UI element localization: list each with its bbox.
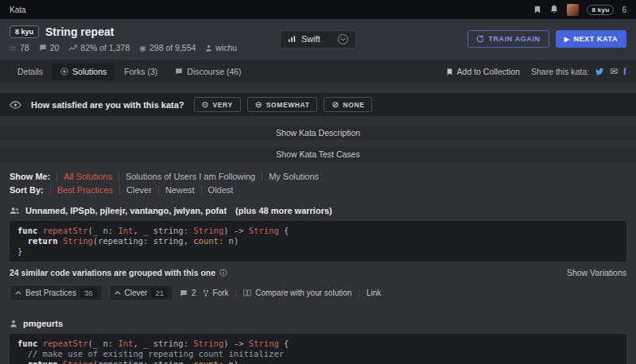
share-group: Share this kata: ✉ f	[531, 66, 626, 78]
solution-item: pmgeurts func repeatStr(_ n: Int, _ stri…	[0, 317, 636, 364]
show-variations-link[interactable]: Show Variations	[567, 268, 626, 277]
next-kata-button[interactable]: ▶ NEXT KATA	[556, 30, 626, 48]
somewhat-icon: ⊖	[255, 100, 262, 109]
very-button[interactable]: ⊙ VERY	[194, 97, 241, 112]
stat-satisfaction[interactable]: 82% of 1,378	[68, 43, 130, 52]
satisfaction-value: 82% of 1,378	[80, 43, 130, 52]
solution-actions: Best Practices 36 Clever 21 2 Fork | Com…	[0, 285, 636, 301]
best-practices-vote-button[interactable]: Best Practices 36	[10, 285, 103, 301]
show-me-label: Show Me:	[10, 172, 50, 181]
bookmark-icon[interactable]	[533, 5, 541, 14]
sort-by-row: Sort By: Best Practices Clever Newest Ol…	[10, 183, 626, 196]
solution-comments-count: 2	[192, 288, 196, 297]
twitter-icon[interactable]	[595, 68, 604, 76]
very-label: VERY	[213, 101, 233, 109]
discourse-icon	[175, 68, 183, 76]
avatar[interactable]	[567, 4, 579, 16]
link-button[interactable]: Link	[366, 288, 381, 297]
satisfaction-strip: How satisfied are you with this kata? ⊙ …	[0, 93, 636, 116]
stat-author[interactable]: wichu	[205, 43, 237, 52]
solution-authors-extra: (plus 48 more warriors)	[235, 206, 332, 215]
solution-item: Unnamed, IPSpb, pjleejr, vantango, jwlya…	[0, 204, 636, 301]
person-icon	[205, 45, 212, 52]
language-selected: Swift	[301, 34, 332, 44]
info-icon[interactable]	[219, 269, 227, 277]
fisheye-icon: ◉	[139, 44, 146, 52]
satisfaction-question: How satisfied are you with this kata?	[31, 100, 184, 110]
best-practices-label: Best Practices	[25, 288, 76, 297]
tab-forks[interactable]: Forks (3)	[116, 63, 165, 80]
kata-header-actions: TRAIN AGAIN ▶ NEXT KATA	[356, 30, 626, 48]
kata-header-left: 8 kyu String repeat ☆ 78 20 82% of 1,378…	[10, 25, 280, 52]
user-rank-badge[interactable]: 8 kyu	[587, 5, 614, 15]
kata-header: 8 kyu String repeat ☆ 78 20 82% of 1,378…	[0, 19, 636, 60]
star-icon: ☆	[10, 44, 17, 52]
solution-code[interactable]: func repeatStr(_ n: Int, _ string: Strin…	[10, 334, 626, 364]
filter-all-solutions[interactable]: All Solutions	[56, 172, 118, 181]
somewhat-label: SOMEWHAT	[266, 101, 310, 109]
compare-button[interactable]: Compare with your solution	[243, 288, 351, 297]
target-icon	[60, 68, 68, 76]
train-again-button[interactable]: TRAIN AGAIN	[467, 30, 549, 48]
tab-solutions-label: Solutions	[72, 67, 107, 76]
fork-button[interactable]: Fork	[203, 288, 229, 297]
share-label: Share this kata:	[531, 67, 589, 76]
filter-following-solutions[interactable]: Solutions of Users I am Following	[118, 172, 262, 181]
add-to-collection-button[interactable]: Add to Collection	[446, 67, 520, 76]
add-to-collection-label: Add to Collection	[457, 67, 520, 76]
notification-count[interactable]: 6	[622, 6, 626, 14]
stat-stars[interactable]: ☆ 78	[10, 43, 29, 52]
clever-vote-button[interactable]: Clever 21	[109, 285, 173, 301]
refresh-icon	[476, 35, 484, 43]
facebook-icon[interactable]: f	[623, 66, 626, 78]
show-kata-description-bar[interactable]: Show Kata Description	[0, 126, 636, 140]
sort-clever[interactable]: Clever	[119, 185, 158, 195]
comment-icon	[180, 289, 188, 297]
nav-kata-link[interactable]: Kata	[10, 6, 26, 14]
variations-row: 24 similar code variations are grouped w…	[0, 268, 636, 277]
sort-newest[interactable]: Newest	[158, 185, 201, 195]
completed-value: 298 of 9,554	[149, 43, 196, 52]
solution-code[interactable]: func repeatStr(_ n: Int, _ string: Strin…	[10, 221, 626, 261]
email-share-icon[interactable]: ✉	[610, 66, 618, 77]
collection-icon	[446, 68, 453, 76]
tab-details[interactable]: Details	[10, 63, 51, 80]
show-test-cases-label: Show Kata Test Cases	[276, 149, 359, 159]
separator: |	[235, 288, 238, 297]
fork-icon	[203, 289, 209, 297]
users-icon	[10, 207, 20, 215]
stat-completed[interactable]: ◉ 298 of 9,554	[139, 43, 196, 52]
solution-authors[interactable]: pmgeurts	[23, 319, 63, 328]
next-kata-label: NEXT KATA	[573, 35, 618, 43]
language-selector[interactable]: Swift	[280, 30, 356, 48]
topbar: Kata 8 kyu 6	[0, 0, 636, 19]
clever-label: Clever	[125, 288, 148, 297]
show-kata-test-cases-bar[interactable]: Show Kata Test Cases	[0, 147, 636, 161]
none-label: NONE	[343, 101, 364, 109]
kata-author: wichu	[215, 43, 237, 52]
link-label: Link	[366, 288, 381, 297]
tab-discourse[interactable]: Discourse (46)	[167, 63, 249, 80]
sort-oldest[interactable]: Oldest	[201, 185, 240, 195]
solution-comments-button[interactable]: 2	[180, 288, 196, 297]
clever-count: 21	[151, 288, 168, 298]
bell-icon[interactable]	[549, 5, 559, 14]
solution-filters: Show Me: All Solutions Solutions of User…	[0, 169, 636, 196]
sort-by-label: Sort By:	[10, 185, 44, 195]
chevron-down-icon	[338, 34, 348, 45]
tabbar: Details Solutions Forks (3) Discourse (4…	[0, 60, 636, 83]
filter-my-solutions[interactable]: My Solutions	[262, 172, 325, 181]
tab-solutions[interactable]: Solutions	[52, 63, 114, 80]
show-description-label: Show Kata Description	[276, 128, 360, 137]
variations-note: 24 similar code variations are grouped w…	[10, 268, 227, 277]
somewhat-button[interactable]: ⊖ SOMEWHAT	[247, 97, 318, 112]
none-button[interactable]: ⊘ NONE	[324, 97, 372, 112]
solution-authors-row: Unnamed, IPSpb, pjleejr, vantango, jwlya…	[0, 204, 636, 217]
satisfaction-buttons: ⊙ VERY ⊖ SOMEWHAT ⊘ NONE	[194, 97, 373, 112]
play-icon: ▶	[564, 36, 570, 43]
chevron-up-icon	[15, 291, 21, 295]
variations-text: 24 similar code variations are grouped w…	[10, 268, 215, 277]
sort-best-practices[interactable]: Best Practices	[50, 185, 119, 195]
solution-authors[interactable]: Unnamed, IPSpb, pjleejr, vantango, jwlya…	[25, 206, 227, 215]
stat-comments[interactable]: 20	[39, 43, 60, 52]
